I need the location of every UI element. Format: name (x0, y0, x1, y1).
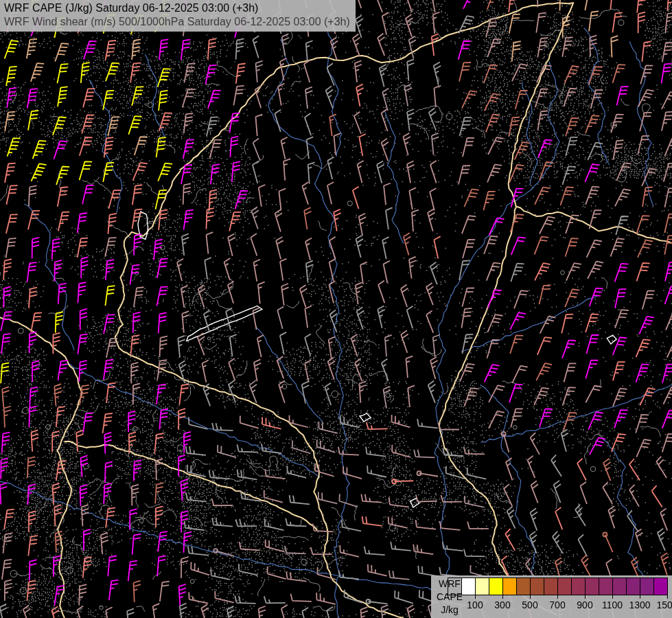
legend-tick (612, 595, 613, 599)
title-overlay: WRF CAPE (J/kg) Saturday 06-12-2025 03:0… (0, 0, 356, 32)
legend-cell (448, 577, 462, 595)
wrf-map-page: { "header": { "line1": "WRF CAPE (J/kg) … (0, 0, 672, 618)
legend-tick-label: 300 (494, 599, 510, 610)
legend-tick-label: 1500 (656, 599, 672, 610)
legend-cell (585, 577, 599, 595)
legend-cell (599, 577, 613, 595)
legend-cell (516, 577, 531, 595)
legend-cell (653, 577, 668, 595)
cape-legend: WRF CAPE J/kg 10030050070090011001300150… (431, 575, 672, 618)
legend-tick-label: 100 (467, 599, 483, 610)
shear-title: WRF Wind shear (m/s) 500/1000hPa Saturda… (4, 15, 350, 29)
legend-scale: 100300500700900110013001500 (431, 575, 672, 618)
legend-tick (557, 595, 558, 599)
legend-tick (502, 595, 503, 599)
legend-cell (489, 577, 503, 595)
legend-cell (530, 577, 544, 595)
legend-tick-label: 1300 (629, 599, 650, 610)
legend-cell (612, 577, 627, 595)
legend-tick-label: 900 (577, 599, 592, 610)
legend-cell (557, 577, 572, 595)
legend-tick (475, 595, 476, 599)
legend-cell (544, 577, 558, 595)
legend-cell (626, 577, 640, 595)
legend-tick-label: 500 (522, 599, 537, 610)
legend-tick (585, 595, 586, 599)
legend-tick-label: 1100 (602, 599, 623, 610)
weather-map-canvas (0, 0, 672, 618)
cape-title: WRF CAPE (J/kg) Saturday 06-12-2025 03:0… (4, 1, 350, 15)
legend-tick (667, 595, 668, 599)
legend-tick-label: 700 (549, 599, 565, 610)
legend-cell (640, 577, 654, 595)
legend-cell (571, 577, 586, 595)
legend-cell (475, 577, 489, 595)
legend-cell (502, 577, 517, 595)
legend-tick (640, 595, 640, 599)
legend-cell (461, 577, 476, 595)
legend-tick (530, 595, 531, 599)
